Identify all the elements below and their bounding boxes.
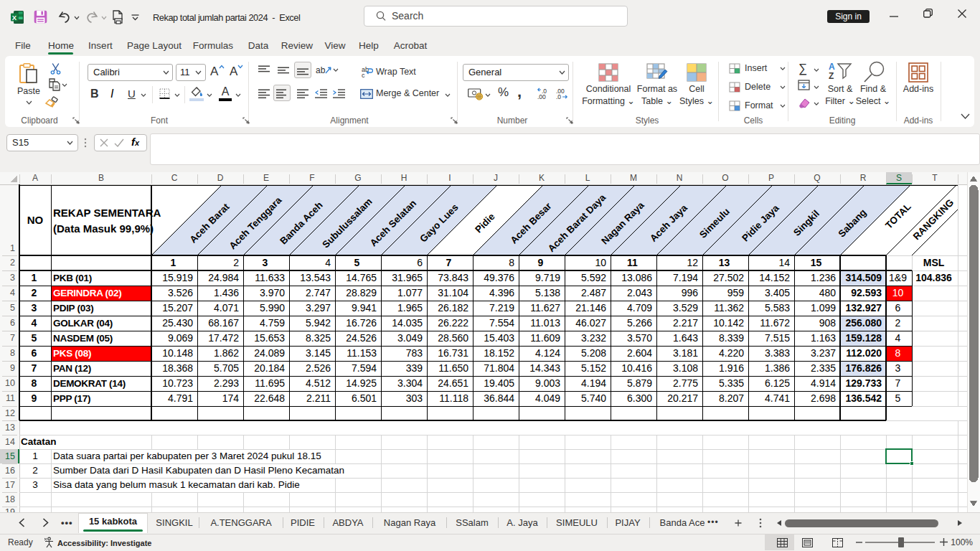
svg-text:Z: Z (829, 71, 834, 81)
svg-text:A: A (829, 62, 835, 72)
svg-text:ab: ab (316, 65, 326, 75)
svg-text:.0: .0 (556, 93, 561, 100)
svg-text:.00: .00 (537, 93, 546, 100)
svg-text:c: c (362, 72, 365, 77)
svg-text:X: X (12, 14, 17, 22)
